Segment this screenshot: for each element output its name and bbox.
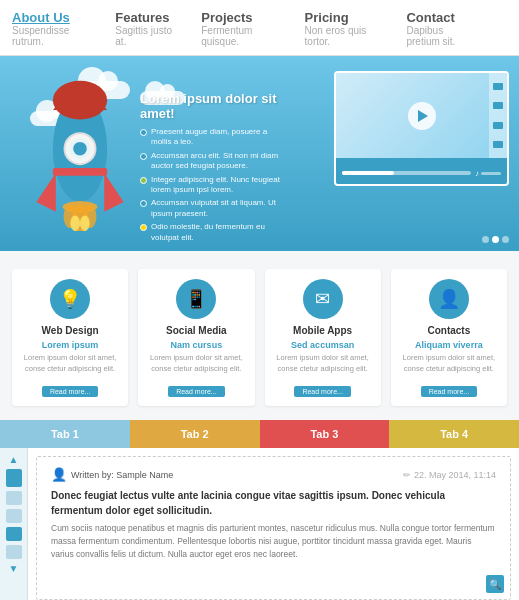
feat-title: Mobile Apps bbox=[273, 325, 373, 336]
cp-meta: 👤 Written by: Sample Name ✏ 22. May 2014… bbox=[51, 467, 496, 482]
cp-headline: Donec feugiat lectus vulte ante lacinia … bbox=[51, 488, 496, 518]
hero-bullet: Integer adipiscing elit. Nunc feugieat l… bbox=[140, 175, 285, 196]
sidebar-block-3[interactable] bbox=[6, 509, 22, 523]
nav-sub: Sagittis justo at. bbox=[115, 25, 173, 47]
features-section: 💡 Web Design Lorem ipsum Lorem ipsum dol… bbox=[0, 251, 519, 420]
nav-item-features[interactable]: FeaturesSagittis justo at. bbox=[115, 10, 173, 47]
nav-item-about-us[interactable]: About UsSuspendisse rutrum. bbox=[12, 10, 87, 47]
hero-dot-1[interactable] bbox=[482, 236, 489, 243]
vp-icon-4 bbox=[493, 141, 503, 148]
sidebar-block-1[interactable] bbox=[6, 469, 22, 487]
bullet-dot bbox=[140, 224, 147, 231]
feat-icon-wrap: ✉ bbox=[303, 279, 343, 319]
feature-card: 📱 Social Media Nam cursus Lorem ipsum do… bbox=[138, 269, 254, 406]
rocket-wrap bbox=[20, 76, 140, 231]
feat-subtitle: Aliquam viverra bbox=[399, 340, 499, 350]
feat-body: Lorem ipsum dolor sit amet, conse ctetur… bbox=[273, 353, 373, 374]
video-player: ♪ bbox=[334, 71, 509, 186]
feat-icon-wrap: 📱 bbox=[176, 279, 216, 319]
tab-3[interactable]: Tab 3 bbox=[260, 420, 390, 448]
cp-author: Written by: Sample Name bbox=[71, 470, 173, 480]
hero-dots bbox=[482, 236, 509, 243]
author-icon: 👤 bbox=[51, 467, 67, 482]
video-screen bbox=[336, 73, 507, 158]
feat-subtitle: Lorem ipsum bbox=[20, 340, 120, 350]
nav-item-projects[interactable]: ProjectsFermentum quisque. bbox=[201, 10, 276, 47]
cp-date: 22. May 2014, 11:14 bbox=[414, 470, 496, 480]
feat-body: Lorem ipsum dolor sit amet, conse ctetur… bbox=[399, 353, 499, 374]
nav-sub: Suspendisse rutrum. bbox=[12, 25, 87, 47]
sidebar-block-5[interactable] bbox=[6, 545, 22, 559]
svg-marker-1 bbox=[104, 173, 123, 212]
svg-point-7 bbox=[73, 142, 87, 156]
video-sidebar bbox=[489, 73, 507, 158]
hero-section: Lorem ipsum dolor sit amet! Praesent aug… bbox=[0, 56, 519, 251]
feat-body: Lorem ipsum dolor sit amet, conse ctetur… bbox=[146, 353, 246, 374]
svg-point-13 bbox=[70, 216, 80, 232]
bullet-dot bbox=[140, 129, 147, 136]
hero-bullet: Praesent augue diam, posuere a mollis a … bbox=[140, 127, 285, 148]
tab-1[interactable]: Tab 1 bbox=[0, 420, 130, 448]
bullet-dot bbox=[140, 153, 147, 160]
feat-icon: ✉ bbox=[315, 288, 330, 310]
nav-item-pricing[interactable]: PricingNon eros quis tortor. bbox=[305, 10, 379, 47]
feat-icon: 📱 bbox=[185, 288, 207, 310]
nav-item-contact[interactable]: ContactDapibus pretium sit. bbox=[406, 10, 479, 47]
progress-bar[interactable] bbox=[342, 171, 471, 175]
sidebar-block-4[interactable] bbox=[6, 527, 22, 541]
feat-subtitle: Sed accumsan bbox=[273, 340, 373, 350]
feat-icon-wrap: 👤 bbox=[429, 279, 469, 319]
feature-card: 👤 Contacts Aliquam viverra Lorem ipsum d… bbox=[391, 269, 507, 406]
nav-sub: Fermentum quisque. bbox=[201, 25, 276, 47]
nav-sub: Non eros quis tortor. bbox=[305, 25, 379, 47]
sidebar-block-2[interactable] bbox=[6, 491, 22, 505]
feat-body: Lorem ipsum dolor sit amet, conse ctetur… bbox=[20, 353, 120, 374]
nav-title: Pricing bbox=[305, 10, 379, 25]
bullet-dot bbox=[140, 177, 147, 184]
hero-dot-3[interactable] bbox=[502, 236, 509, 243]
search-icon: 🔍 bbox=[489, 579, 501, 590]
nav-title: About Us bbox=[12, 10, 87, 25]
volume-icon: ♪ bbox=[475, 169, 479, 178]
feat-title: Contacts bbox=[399, 325, 499, 336]
scroll-up-arrow[interactable]: ▲ bbox=[9, 454, 19, 465]
bullet-text: Integer adipiscing elit. Nunc feugieat l… bbox=[151, 175, 285, 196]
nav-sub: Dapibus pretium sit. bbox=[406, 25, 479, 47]
video-controls: ♪ bbox=[336, 158, 507, 186]
rocket-icon bbox=[20, 76, 140, 231]
nav-title: Contact bbox=[406, 10, 479, 25]
tab-4[interactable]: Tab 4 bbox=[389, 420, 519, 448]
feat-read-more-button[interactable]: Read more... bbox=[421, 386, 477, 397]
bullet-text: Praesent augue diam, posuere a mollis a … bbox=[151, 127, 285, 148]
nav-title: Projects bbox=[201, 10, 276, 25]
features-grid: 💡 Web Design Lorem ipsum Lorem ipsum dol… bbox=[12, 269, 507, 406]
cp-body: Cum sociis natoque penatibus et magnis d… bbox=[51, 522, 496, 560]
bullet-text: Accumsan vulputat sit at liquam. Ut ipsu… bbox=[151, 198, 285, 219]
feat-read-more-button[interactable]: Read more... bbox=[294, 386, 350, 397]
cp-sidebar: ▲ ▼ bbox=[0, 448, 28, 600]
calendar-icon: ✏ bbox=[403, 470, 411, 480]
feat-read-more-button[interactable]: Read more... bbox=[42, 386, 98, 397]
hero-bullet: Odio molestie, du fermentum eu volutpat … bbox=[140, 222, 285, 243]
nav-title: Features bbox=[115, 10, 173, 25]
tab-2[interactable]: Tab 2 bbox=[130, 420, 260, 448]
content-panel: ▲ ▼ 👤 Written by: Sample Name ✏ 22. May … bbox=[0, 448, 519, 600]
vp-icon-1 bbox=[493, 83, 503, 90]
svg-rect-8 bbox=[53, 168, 107, 176]
feat-read-more-button[interactable]: Read more... bbox=[168, 386, 224, 397]
vp-icon-3 bbox=[493, 122, 503, 129]
hero-text: Lorem ipsum dolor sit amet! Praesent aug… bbox=[140, 91, 285, 251]
feat-title: Social Media bbox=[146, 325, 246, 336]
volume-bar[interactable] bbox=[481, 172, 501, 175]
hero-dot-2[interactable] bbox=[492, 236, 499, 243]
feat-icon: 👤 bbox=[438, 288, 460, 310]
cp-search[interactable]: 🔍 bbox=[486, 575, 504, 593]
hero-bullet: Accumsan arcu elit. Sit non mi diam auct… bbox=[140, 151, 285, 172]
vp-icon-2 bbox=[493, 102, 503, 109]
svg-point-14 bbox=[80, 216, 90, 232]
feat-subtitle: Nam cursus bbox=[146, 340, 246, 350]
scroll-down-arrow[interactable]: ▼ bbox=[9, 563, 19, 574]
feature-card: ✉ Mobile Apps Sed accumsan Lorem ipsum d… bbox=[265, 269, 381, 406]
play-button[interactable] bbox=[408, 102, 436, 130]
cp-date-wrap: ✏ 22. May 2014, 11:14 bbox=[403, 470, 496, 480]
